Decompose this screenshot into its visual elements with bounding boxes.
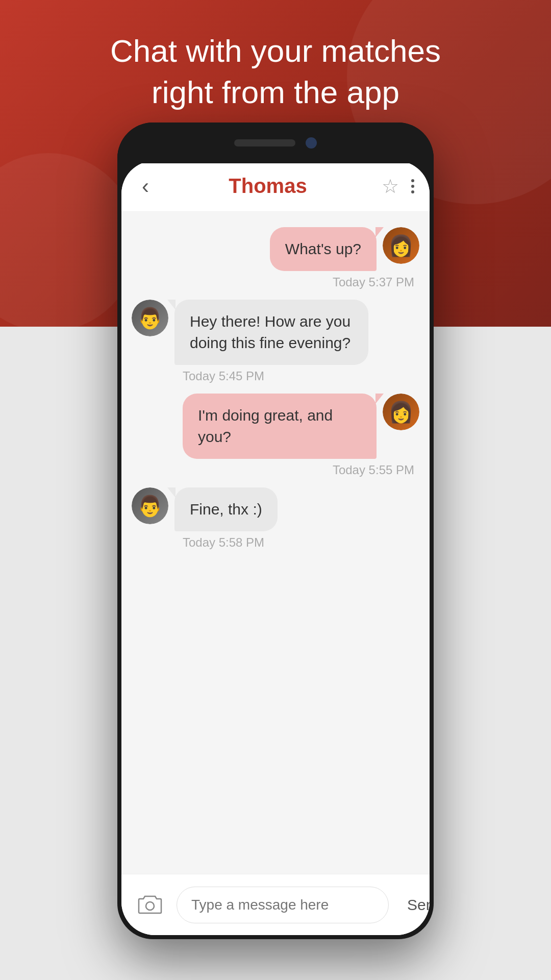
tagline-line1: Chat with your matches xyxy=(110,33,441,68)
avatar-out-2 xyxy=(383,394,419,430)
front-camera xyxy=(306,137,317,149)
chat-header: ‹ Thomas ☆ xyxy=(121,161,430,212)
timestamp-1: Today 5:37 PM xyxy=(328,275,419,289)
tagline: Chat with your matches right from the ap… xyxy=(0,31,551,113)
bubble-out-1: What's up? xyxy=(270,227,377,271)
message-input[interactable] xyxy=(177,887,389,923)
send-button[interactable]: Send xyxy=(399,891,430,919)
star-icon[interactable]: ☆ xyxy=(382,175,399,198)
contact-name: Thomas xyxy=(229,175,307,198)
timestamp-2: Today 5:45 PM xyxy=(178,369,269,383)
user-avatar-woman-2 xyxy=(383,394,419,430)
contact-avatar-man xyxy=(132,300,168,336)
camera-icon xyxy=(138,895,162,915)
more-options-button[interactable] xyxy=(411,176,414,197)
tagline-line2: right from the app xyxy=(152,75,399,110)
phone-screen: ‹ Thomas ☆ What's up? xyxy=(121,161,430,935)
dot3 xyxy=(411,190,414,193)
phone-frame: ‹ Thomas ☆ What's up? xyxy=(117,122,434,939)
svg-point-0 xyxy=(146,902,154,910)
bubble-in-1: Hey there! How are you doing this fine e… xyxy=(174,300,368,365)
camera-button[interactable] xyxy=(134,889,166,921)
dot1 xyxy=(411,179,414,182)
message-group-2: Hey there! How are you doing this fine e… xyxy=(132,300,419,383)
avatar-out-1 xyxy=(383,227,419,264)
avatar-in-2 xyxy=(132,487,168,524)
bubble-out-2: I'm doing great, and you? xyxy=(183,394,377,459)
speaker xyxy=(234,139,295,146)
user-avatar-woman xyxy=(383,227,419,264)
header-icons: ☆ xyxy=(382,175,414,198)
message-group-1: What's up? Today 5:37 PM xyxy=(132,227,419,289)
bubble-row-4: Fine, thx :) xyxy=(132,487,278,531)
phone-notch xyxy=(117,122,434,163)
bubble-in-2: Fine, thx :) xyxy=(174,487,278,531)
dot2 xyxy=(411,185,414,188)
input-area: Send xyxy=(121,874,430,935)
back-button[interactable]: ‹ xyxy=(137,169,154,204)
bubble-row-3: I'm doing great, and you? xyxy=(183,394,419,459)
message-text-3: I'm doing great, and you? xyxy=(198,407,333,445)
bubble-row-1: What's up? xyxy=(270,227,419,271)
message-text-2: Hey there! How are you doing this fine e… xyxy=(190,313,350,351)
bubble-row-2: Hey there! How are you doing this fine e… xyxy=(132,300,368,365)
avatar-in-1 xyxy=(132,300,168,336)
message-text-4: Fine, thx :) xyxy=(190,501,262,518)
message-group-4: Fine, thx :) Today 5:58 PM xyxy=(132,487,419,550)
message-text-1: What's up? xyxy=(285,240,361,257)
messages-area[interactable]: What's up? Today 5:37 PM Hey there! How … xyxy=(121,212,430,874)
timestamp-3: Today 5:55 PM xyxy=(328,463,419,477)
contact-avatar-man-2 xyxy=(132,487,168,524)
timestamp-4: Today 5:58 PM xyxy=(178,535,269,550)
message-group-3: I'm doing great, and you? Today 5:55 PM xyxy=(132,394,419,477)
